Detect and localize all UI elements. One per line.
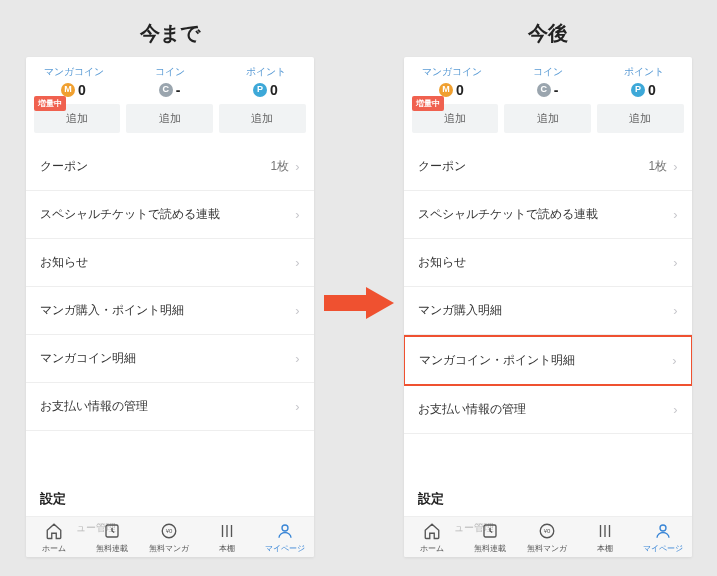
tab-mypage[interactable]: マイページ	[256, 521, 314, 554]
home-icon	[44, 521, 64, 541]
tab-shelf[interactable]: 本棚	[198, 521, 256, 554]
list-item-label: マンガ購入・ポイント明細	[40, 302, 184, 319]
free-icon: ¥0	[159, 521, 179, 541]
chevron-right-icon: ›	[672, 353, 676, 368]
list-item-label: お知らせ	[40, 254, 88, 271]
tab-bar: ュー管理 ホーム無料連載¥0無料マンガ本棚マイページ	[26, 516, 314, 557]
tab-free[interactable]: ¥0無料マンガ	[519, 521, 577, 554]
shelf-icon	[217, 521, 237, 541]
list-item-label: お支払い情報の管理	[40, 398, 148, 415]
tab-label: ホーム	[420, 543, 444, 554]
list-item[interactable]: お知らせ›	[26, 239, 314, 287]
arrow-icon	[324, 287, 394, 319]
chevron-right-icon: ›	[295, 159, 299, 174]
tab-label: マイページ	[643, 543, 683, 554]
panel-after: 今後 マンガコイン M 0 コイン C - ポイント P	[404, 20, 692, 557]
balance-row: マンガコイン M 0 コイン C - ポイント P 0	[26, 57, 314, 104]
free-icon: ¥0	[537, 521, 557, 541]
chevron-right-icon: ›	[673, 303, 677, 318]
home-icon	[422, 521, 442, 541]
list-item[interactable]: スペシャルチケットで読める連載›	[26, 191, 314, 239]
tab-label: 無料マンガ	[149, 543, 189, 554]
chevron-right-icon: ›	[673, 159, 677, 174]
tab-label: 無料連載	[96, 543, 128, 554]
svg-point-14	[660, 525, 666, 531]
chevron-right-icon: ›	[295, 351, 299, 366]
tab-label: マイページ	[265, 543, 305, 554]
add-row: 増量中 追加 追加 追加	[404, 104, 692, 143]
balance-manga-coin: マンガコイン M 0	[26, 65, 122, 98]
c-badge-icon: C	[159, 83, 173, 97]
list-item[interactable]: マンガコイン明細›	[26, 335, 314, 383]
svg-text:¥0: ¥0	[544, 528, 551, 534]
chevron-right-icon: ›	[673, 255, 677, 270]
list-item-value: 1枚	[270, 158, 289, 175]
tab-label: ホーム	[42, 543, 66, 554]
tab-shelf[interactable]: 本棚	[576, 521, 634, 554]
m-badge-icon: M	[61, 83, 75, 97]
c-badge-icon: C	[537, 83, 551, 97]
p-badge-icon: P	[631, 83, 645, 97]
menu-list-before: クーポン1枚›スペシャルチケットで読める連載›お知らせ›マンガ購入・ポイント明細…	[26, 143, 314, 474]
add-coin-button[interactable]: 追加	[504, 104, 591, 133]
tab-home[interactable]: ホーム	[26, 521, 84, 554]
chevron-right-icon: ›	[295, 303, 299, 318]
balance-point: ポイント P 0	[596, 65, 692, 98]
tab-home[interactable]: ホーム	[404, 521, 462, 554]
chevron-right-icon: ›	[295, 399, 299, 414]
phone-before: マンガコイン M 0 コイン C - ポイント P 0	[26, 57, 314, 557]
panel-title-before: 今まで	[140, 20, 200, 47]
list-item[interactable]: クーポン1枚›	[26, 143, 314, 191]
svg-point-6	[282, 525, 288, 531]
list-item-label: クーポン	[40, 158, 88, 175]
list-item[interactable]: スペシャルチケットで読める連載›	[404, 191, 692, 239]
balance-coin: コイン C -	[500, 65, 596, 98]
serial-icon	[480, 521, 500, 541]
p-badge-icon: P	[253, 83, 267, 97]
list-item[interactable]: クーポン1枚›	[404, 143, 692, 191]
balance-point: ポイント P 0	[218, 65, 314, 98]
list-item-label: クーポン	[418, 158, 466, 175]
add-coin-button[interactable]: 追加	[126, 104, 213, 133]
list-item-label: お知らせ	[418, 254, 466, 271]
add-point-button[interactable]: 追加	[597, 104, 684, 133]
list-item-label: マンガコイン明細	[40, 350, 136, 367]
shelf-icon	[595, 521, 615, 541]
settings-heading: 設定	[26, 474, 314, 516]
tab-serial[interactable]: 無料連載	[83, 521, 141, 554]
svg-marker-7	[324, 287, 394, 319]
list-item-label: マンガコイン・ポイント明細	[419, 352, 575, 369]
tab-label: 無料連載	[474, 543, 506, 554]
list-item-label: スペシャルチケットで読める連載	[418, 206, 598, 223]
m-badge-icon: M	[439, 83, 453, 97]
list-item[interactable]: お知らせ›	[404, 239, 692, 287]
tab-mypage[interactable]: マイページ	[634, 521, 692, 554]
tab-label: 無料マンガ	[527, 543, 567, 554]
list-item[interactable]: マンガコイン・ポイント明細›	[404, 335, 692, 386]
list-item-value: 1枚	[648, 158, 667, 175]
list-item-label: お支払い情報の管理	[418, 401, 526, 418]
mypage-icon	[653, 521, 673, 541]
balance-coin: コイン C -	[122, 65, 218, 98]
add-point-button[interactable]: 追加	[219, 104, 306, 133]
tab-bar: ュー管理 ホーム無料連載¥0無料マンガ本棚マイページ	[404, 516, 692, 557]
promo-badge: 増量中	[412, 96, 444, 111]
tab-serial[interactable]: 無料連載	[461, 521, 519, 554]
settings-heading: 設定	[404, 474, 692, 516]
serial-icon	[102, 521, 122, 541]
tab-free[interactable]: ¥0無料マンガ	[141, 521, 199, 554]
promo-badge: 増量中	[34, 96, 66, 111]
panel-before: 今まで マンガコイン M 0 コイン C - ポイント P	[26, 20, 314, 557]
balance-row: マンガコイン M 0 コイン C - ポイント P 0	[404, 57, 692, 104]
phone-after: マンガコイン M 0 コイン C - ポイント P 0	[404, 57, 692, 557]
list-item[interactable]: お支払い情報の管理›	[26, 383, 314, 431]
tab-label: 本棚	[219, 543, 235, 554]
list-item[interactable]: お支払い情報の管理›	[404, 386, 692, 434]
chevron-right-icon: ›	[673, 207, 677, 222]
list-item[interactable]: マンガ購入・ポイント明細›	[26, 287, 314, 335]
list-item[interactable]: マンガ購入明細›	[404, 287, 692, 335]
mypage-icon	[275, 521, 295, 541]
chevron-right-icon: ›	[673, 402, 677, 417]
tab-label: 本棚	[597, 543, 613, 554]
add-row: 増量中 追加 追加 追加	[26, 104, 314, 143]
